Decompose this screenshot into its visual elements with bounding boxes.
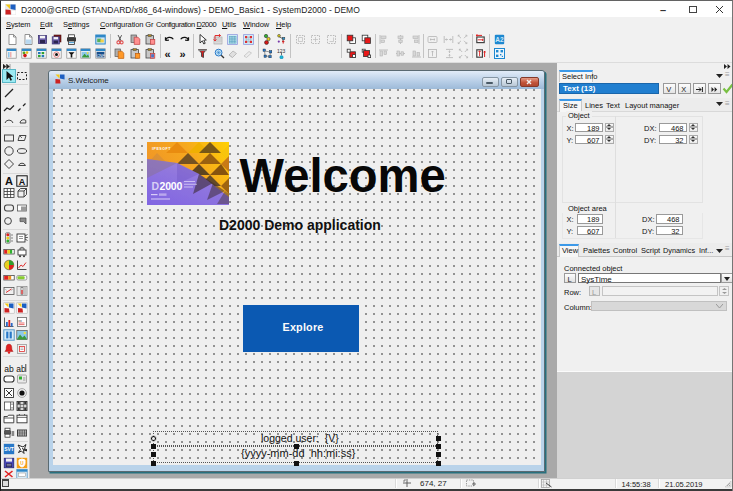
- svg-text:xx: xx: [18, 319, 22, 323]
- svg-text:D: D: [152, 180, 160, 192]
- svg-text:»: »: [180, 48, 186, 59]
- svg-text:SVT: SVT: [4, 446, 14, 452]
- svg-text:A: A: [19, 177, 26, 187]
- svg-text:CNF: CNF: [96, 52, 105, 57]
- svg-text:ab: ab: [4, 363, 14, 373]
- svg-text:A: A: [5, 175, 13, 187]
- svg-text:A2: A2: [495, 36, 504, 43]
- svg-text:2000: 2000: [160, 180, 183, 192]
- svg-text:«: «: [164, 48, 170, 59]
- svg-text:IPESOFT: IPESOFT: [152, 147, 171, 151]
